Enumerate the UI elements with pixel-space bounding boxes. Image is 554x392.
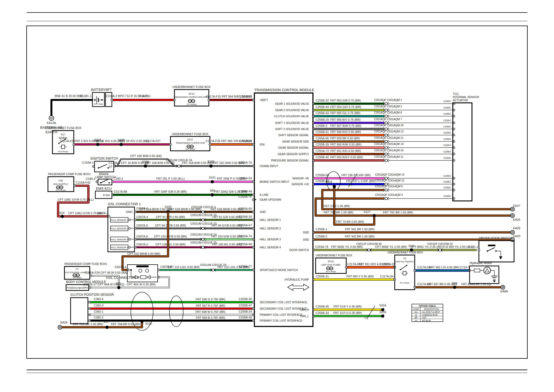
label-battery-earth_id: EA13A xyxy=(47,121,56,124)
label-clutch-wg2: FRT 70A BR 0.50 (BR) xyxy=(111,322,140,326)
pin-connector-dot xyxy=(253,228,254,229)
inline-connector-ring xyxy=(385,103,388,105)
label-out-pss-w: FRT 963 R/GY 0.50 (BR) xyxy=(330,156,363,159)
label-f28-name: IGN SUPPLY xyxy=(53,183,68,185)
resistor-icon xyxy=(474,269,480,272)
pin-connector-dot xyxy=(253,199,254,200)
component-box xyxy=(98,179,112,185)
label-ubfb: UNDERBONNET FUSE BOX xyxy=(172,85,211,88)
label-option_table-rows-2-1: AMT xyxy=(422,317,426,319)
label-out-gss-conn: C001AQF C001AQM 19 xyxy=(374,143,404,146)
label-tcu-conn: C255C xyxy=(443,138,451,140)
label-brake-s: S161 xyxy=(209,176,216,179)
inline-connector-ring xyxy=(385,153,388,155)
splice-dot xyxy=(140,320,144,323)
pin-connector-dot xyxy=(253,144,254,145)
label-clutch-wg1: FRT 70C BR 1.50 (BR) xyxy=(73,322,103,326)
label-pcfb: PASSENGER COMP FUSE BOX1 xyxy=(64,262,107,265)
label-tcm-right-7: GEAR SENSOR SIGNAL xyxy=(278,146,309,149)
label-ign_feed-c: C117A-F27 xyxy=(146,139,160,143)
label-tcu-conn: C255C xyxy=(443,100,451,103)
label-can-h-pin: C255B-45 xyxy=(316,305,329,308)
label-gsl1-h4-w1: CPT 106 R/L 0.50 (BR) xyxy=(155,243,185,246)
label-gsl1-title: GSL CONNECTOR 1 xyxy=(108,202,141,206)
inline-connector-ring xyxy=(178,165,180,167)
label-ems-pin: C255B-49 xyxy=(239,190,252,193)
label-out-gss-w: FRT 960 R/W 0.50 (BR) xyxy=(330,143,361,146)
label-out-cl-conn: C001AQF C001AQM 8 xyxy=(374,111,402,114)
label-battery-volts: 12.0 Volts xyxy=(93,103,103,105)
label-clutch-ea: EA26 xyxy=(60,321,68,324)
label-rly-id: R9 xyxy=(404,257,406,260)
splice-dot xyxy=(61,215,64,218)
label-gsl1-h3-c: C697A-6 xyxy=(136,235,148,238)
label-out-gnd2-pin: C255B-2 xyxy=(316,235,327,238)
label-out-svm-pin: C255B-50 xyxy=(316,173,329,177)
label-f28-s: S24 xyxy=(59,211,64,215)
label-f7-id: F7 xyxy=(76,268,79,270)
pin-connector-dot xyxy=(253,247,254,248)
ground-icon-inner xyxy=(502,286,504,288)
label-clutch-title: CLUTCH POSITION SENSOR xyxy=(70,293,114,297)
wiring-diagram: EA13ABATTERY -VEEARTHBATTERY12.0 VoltsBF… xyxy=(0,0,554,392)
inline-connector-ring xyxy=(385,189,388,191)
label-tcu-conn: C255C xyxy=(443,131,451,134)
label-bcm-s: S29 xyxy=(115,282,121,285)
label-motor-c2: C710-1 xyxy=(460,266,470,269)
ground-icon-inner xyxy=(50,117,52,119)
label-ign_switch-pin: C255A-76 xyxy=(239,161,252,164)
label-tcm-right-6: GEAR SENSOR GND xyxy=(282,140,309,143)
label-out-gnd1-pin: C255B-1 xyxy=(316,228,327,231)
label-rly-name: HydPump Rly(AMT) xyxy=(395,260,414,263)
inline-connector-ring xyxy=(212,269,214,271)
label-gsl1-h2-pin: C255A-67 xyxy=(239,224,252,227)
label-f7-w: C115A-F29 CPT 46 W 0.50 (AA) xyxy=(85,271,127,274)
splice-dot xyxy=(381,314,384,318)
motor-triangle-icon xyxy=(485,269,489,272)
label-tcm-left-3: BRAKE SWITCH INPUT xyxy=(260,180,289,183)
label-ubfb: UNDERBONNET FUSE BOX xyxy=(172,132,209,136)
label-out-s1-conn: C001AQF C001AQM 7 xyxy=(374,118,402,121)
label-ef27-amps: 10.0 Amps xyxy=(185,148,195,150)
label-out-g1-conn: C001AQF C001AQM 1 xyxy=(374,99,402,102)
label-ef19-name: AMT HYD PUMP xyxy=(321,263,341,266)
label-out-s2-pin: C255B-3 xyxy=(316,124,327,127)
ground-icon-inner xyxy=(512,232,513,233)
label-f28-c: C115A-F42 xyxy=(76,181,90,184)
pin-connector-dot xyxy=(253,195,254,195)
label-tcm-right-9: PRESSURE SENSOR SIGNAL xyxy=(271,159,309,162)
label-tcm-right-4: SHIFT 2 SOLENOID VALVE xyxy=(275,128,309,131)
pin-connector-dot xyxy=(414,287,415,288)
splice-dot xyxy=(209,164,213,168)
relay-contact xyxy=(400,269,401,270)
label-motor-w: FRT 952 L/G 4.00 (BR) xyxy=(429,266,459,269)
label-gsl1-hs3: HALL SENSOR 3 xyxy=(111,239,128,241)
label-option_table-rows-0-1: ALL BOLT & ZEST xyxy=(422,311,440,313)
relay-contact xyxy=(58,143,60,144)
label-ubfb: UNDERBONNET FUSE BOX xyxy=(388,251,423,254)
label-out-gsg-pin: C255A-66 xyxy=(316,137,329,140)
label-clutch-c2: C382-2 xyxy=(94,316,103,319)
label-can-l-pin: C255B-33 xyxy=(316,311,329,314)
label-tcm-right-14: DOOR SWITCH xyxy=(289,249,309,252)
gsl2-bar-icon xyxy=(136,265,149,267)
label-tcm-left-4: K-LINE xyxy=(260,193,268,196)
label-battery-c118c: C118C-1 xyxy=(80,94,91,98)
label-tcu-conn: C255C xyxy=(443,144,451,147)
label-battery-battery: BATTERY xyxy=(91,88,105,92)
pin-connector-dot xyxy=(97,181,97,182)
label-door-w3: CPT 865C Y/L 0.35 (BR) xyxy=(410,245,442,248)
label-out-gsu-w: FRT 961 R/G 0.50 (BR) xyxy=(330,149,361,152)
label-tcm-right-13: GND xyxy=(303,238,309,241)
label-motor-title: Hydraulic Motor xyxy=(470,261,492,265)
label-ign_switch-title: IGNITION SWITCH xyxy=(90,157,118,160)
pin-connector-dot xyxy=(454,135,454,136)
label-battery-wire_bne: BNE 61 B 20.00 (BR) xyxy=(55,94,83,98)
label-out-g1-w: FRT 953 G/B 0.75 (BR) xyxy=(330,99,361,102)
label-clutch-c4: C382-4 xyxy=(94,297,103,301)
label-out-gsu-conn: C001AQF C001AQM 20 xyxy=(374,149,404,152)
pin-connector-dot xyxy=(109,216,109,217)
ground-icon-inner xyxy=(59,326,61,328)
label-tcm-left-6: GND xyxy=(260,211,266,213)
pin-connector-dot xyxy=(128,270,129,270)
